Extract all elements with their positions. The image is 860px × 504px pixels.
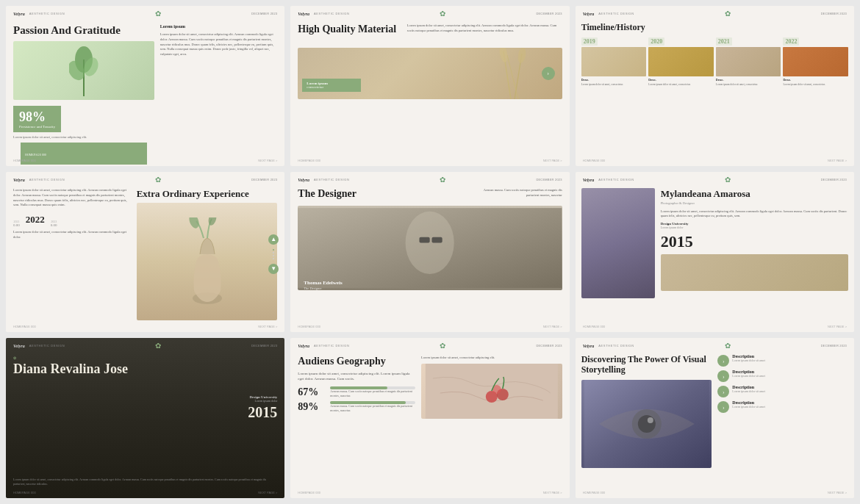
slide9-arrow2: › bbox=[717, 370, 729, 382]
slide4-nav[interactable]: ▲ ▼ bbox=[268, 234, 279, 274]
footer-left-7: HOMEPAGE 000 bbox=[13, 491, 36, 494]
category-3: AESTHETIC DESIGN bbox=[598, 12, 634, 15]
percent-label: Persistence and Tenacity bbox=[19, 125, 55, 129]
nav-up-btn[interactable]: ▲ bbox=[268, 234, 279, 245]
slide-mylandeana: Velyra AESTHETIC DESIGN ✿ DECEMBER 2023 … bbox=[576, 172, 854, 332]
footer-left-4: HOMEPAGE 000 bbox=[13, 325, 36, 328]
slide1-body-text: Lorem ipsum dolor sit amet, consectetur … bbox=[160, 32, 278, 57]
slide9-desc4: › Description Lorem ipsum dolor sit amet bbox=[717, 400, 848, 413]
brand-name-7: Velyra bbox=[13, 344, 25, 348]
slide8-img bbox=[421, 364, 562, 419]
slide6-year: 2015 bbox=[661, 232, 848, 251]
slide4-title: Extra Ordinary Experience bbox=[137, 188, 278, 200]
flower-icon-6: ✿ bbox=[725, 176, 731, 184]
slide6-person-img bbox=[581, 188, 655, 298]
slide9-img bbox=[581, 380, 712, 468]
flower-icon-3: ✿ bbox=[725, 10, 731, 18]
lorem-box-sub: consectetur bbox=[307, 85, 356, 89]
svg-rect-15 bbox=[432, 237, 442, 243]
svg-line-6 bbox=[507, 55, 518, 99]
date-9: DECEMBER 2023 bbox=[821, 344, 847, 348]
slide6-thumb bbox=[661, 254, 848, 291]
brand-name-4: Velyra bbox=[13, 178, 25, 182]
nav-down-btn[interactable]: ▼ bbox=[268, 264, 279, 274]
category-7: AESTHETIC DESIGN bbox=[29, 344, 65, 348]
flower-icon-4: ✿ bbox=[155, 176, 161, 184]
svg-point-22 bbox=[637, 415, 655, 433]
tl-year-4: 2022 bbox=[783, 37, 799, 46]
brand-name-6: Velyra bbox=[583, 178, 595, 182]
footer-right-6: NEXT PAGE > bbox=[828, 325, 847, 328]
slide4-years: 2021 0.00 2022 2023 0.00 bbox=[13, 214, 131, 227]
slide8-desc2: Aenean massa. Cum sociis natoque penatib… bbox=[330, 404, 415, 412]
svg-point-7 bbox=[498, 48, 509, 63]
slide4-body-left: Lorem ipsum dolor sit amet, consectetur … bbox=[13, 188, 131, 208]
green-bar-text: HOMEPAGE 000 bbox=[25, 153, 46, 156]
tl-cell-4: 2022 Desc. Lorem ipsum dolor sit amet, c… bbox=[783, 37, 848, 87]
category-9: AESTHETIC DESIGN bbox=[598, 344, 634, 348]
slide9-desc3: › Description Lorem ipsum dolor sit amet bbox=[717, 385, 848, 397]
tl-year-1: 2019 bbox=[581, 37, 598, 46]
tl-img-4 bbox=[783, 47, 848, 76]
slide6-footer: HOMEPAGE 000 NEXT PAGE > bbox=[583, 325, 847, 328]
slide4-lorem-bottom: Lorem ipsum dolor sit amet, consectetur … bbox=[13, 230, 131, 240]
slide-audiens: Velyra AESTHETIC DESIGN ✿ DECEMBER 2023 … bbox=[290, 338, 569, 498]
footer-right-3: NEXT PAGE > bbox=[828, 159, 847, 162]
footer-left-6: HOMEPAGE 000 bbox=[583, 325, 606, 328]
slide7-year: 2015 bbox=[248, 404, 277, 421]
footer-left-5: HOMEPAGE 000 bbox=[298, 325, 320, 328]
tl-cell-3: 2021 Desc. Lorem ipsum dolor sit amet, c… bbox=[716, 37, 781, 87]
footer-left-8: HOMEPAGE 000 bbox=[298, 491, 320, 494]
slide2-lorem-box: Lorem ipsum consectetur bbox=[302, 79, 361, 92]
slide9-title: Discovering The Power Of Visual Storytel… bbox=[581, 354, 712, 375]
slide7-uni-row: Design University Lorem ipsum dolor 2015 bbox=[248, 395, 277, 421]
footer-right-4: NEXT PAGE > bbox=[258, 325, 277, 328]
slide1-desc-small: Lorem ipsum dolor sit amet, consectetur … bbox=[13, 135, 154, 140]
svg-point-13 bbox=[406, 212, 454, 274]
slide7-bottom: Lorem ipsum dolor sit amet, consectetur … bbox=[13, 478, 277, 486]
flower-icon-8: ✿ bbox=[440, 342, 445, 350]
category-8: AESTHETIC DESIGN bbox=[314, 344, 350, 348]
tl-img-1 bbox=[581, 47, 647, 76]
slide8-percent1-row: 67% Aenean massa. Cum sociis natoque pen… bbox=[298, 386, 415, 398]
slide8-footer: HOMEPAGE 000 NEXT PAGE > bbox=[298, 491, 562, 494]
brand-name-5: Velyra bbox=[298, 178, 309, 182]
date-7: DECEMBER 2023 bbox=[251, 344, 277, 348]
slide4-footer: HOMEPAGE 000 NEXT PAGE > bbox=[13, 325, 277, 328]
svg-point-8 bbox=[517, 48, 527, 64]
tl-year-2: 2020 bbox=[648, 37, 664, 46]
footer-left-9: HOMEPAGE 000 bbox=[583, 491, 606, 494]
category-2: AESTHETIC DESIGN bbox=[314, 12, 350, 15]
slide8-right-text: Lorem ipsum dolor sit amet, consectetur … bbox=[421, 356, 562, 361]
slide9-desc2: › Description Lorem ipsum dolor sit amet bbox=[717, 370, 848, 382]
flower-icon-7: ✿ bbox=[155, 342, 161, 350]
svg-point-23 bbox=[647, 417, 653, 423]
slide8-percent2-row: 89% Aenean massa. Cum sociis natoque pen… bbox=[298, 401, 415, 413]
slide3-footer: HOMEPAGE 000 NEXT PAGE > bbox=[583, 159, 847, 162]
footer-right-8: NEXT PAGE > bbox=[543, 491, 562, 494]
date-1: DECEMBER 2023 bbox=[251, 12, 277, 15]
slide6-role: Photographer & Designer bbox=[661, 201, 848, 205]
slide8-title: Audiens Geography bbox=[298, 356, 415, 368]
brand-name-2: Velyra bbox=[298, 12, 309, 16]
slide3-title: Timeline/History bbox=[581, 22, 848, 33]
footer-right-2: NEXT PAGE > bbox=[543, 159, 562, 162]
slide8-desc: Lorem ipsum dolor sit amet, consectetur … bbox=[298, 371, 415, 382]
slide5-img: Thomas Edelweis The Designer bbox=[298, 206, 562, 290]
slide6-desc: Lorem ipsum dolor sit amet, consectetur … bbox=[661, 209, 848, 220]
slide9-arrow1: › bbox=[717, 355, 729, 367]
slide8-desc1: Aenean massa. Cum sociis natoque penatib… bbox=[330, 389, 415, 397]
slide6-name: Mylandeana Amarosa bbox=[661, 188, 848, 200]
date-6: DECEMBER 2023 bbox=[821, 178, 847, 181]
footer-right-1: NEXT PAGE > bbox=[258, 159, 277, 162]
tl-cell-2: 2020 Desc. Lorem ipsum dolor sit amet, c… bbox=[648, 37, 714, 87]
slide2-body: Lorem ipsum dolor sit amet, consectetur … bbox=[407, 24, 562, 34]
slide7-uni-sub: Lorem ipsum dolor bbox=[248, 399, 277, 403]
date-5: DECEMBER 2023 bbox=[536, 178, 562, 181]
slides-grid: Velyra AESTHETIC DESIGN ✿ DECEMBER 2023 … bbox=[0, 0, 860, 504]
footer-left-3: HOMEPAGE 000 bbox=[583, 159, 606, 162]
tl-label-2: Desc. bbox=[648, 78, 714, 82]
slide-high-quality: Velyra AESTHETIC DESIGN ✿ DECEMBER 2023 … bbox=[290, 6, 569, 166]
slide2-arrow[interactable]: › bbox=[542, 67, 555, 80]
category-4: AESTHETIC DESIGN bbox=[29, 178, 65, 181]
